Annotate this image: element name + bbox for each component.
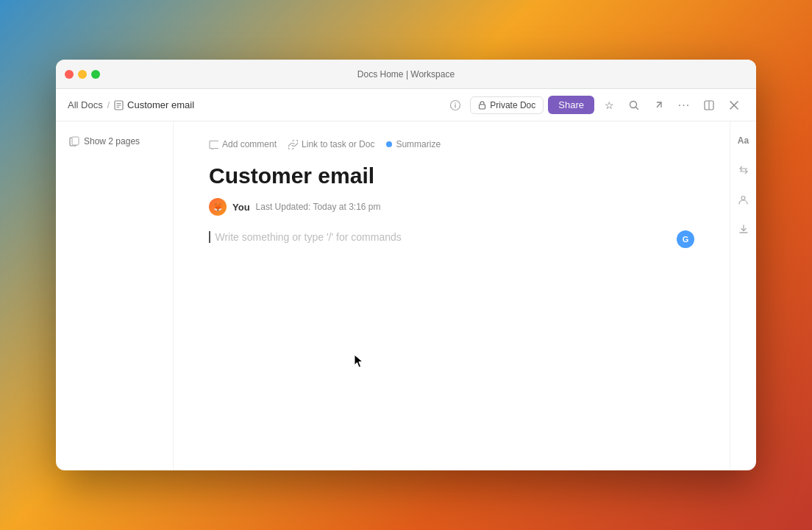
breadcrumb-doc-name: Customer email <box>127 99 194 110</box>
private-doc-button[interactable]: Private Doc <box>470 96 544 114</box>
comment-icon <box>209 140 218 149</box>
editor-content[interactable]: Write something or type '/' for commands… <box>209 230 694 378</box>
info-icon <box>449 99 461 111</box>
svg-rect-16 <box>72 137 79 145</box>
people-button[interactable] <box>733 189 754 210</box>
breadcrumb-all-docs[interactable]: All Docs <box>68 99 103 110</box>
more-button[interactable]: ··· <box>674 95 694 116</box>
close-traffic-light[interactable] <box>65 70 74 79</box>
download-button[interactable] <box>733 219 754 239</box>
people-icon <box>738 194 749 205</box>
summarize-action[interactable]: Summarize <box>386 139 441 149</box>
add-comment-action[interactable]: Add comment <box>209 139 277 149</box>
star-button[interactable]: ☆ <box>599 95 619 116</box>
breadcrumb: All Docs / Customer email <box>68 99 439 110</box>
summarize-label: Summarize <box>396 139 441 149</box>
resize-icon <box>738 165 749 175</box>
split-button[interactable] <box>699 95 719 116</box>
svg-line-10 <box>657 102 661 107</box>
main-content: Show 2 pages Add comment Link t <box>56 121 756 470</box>
search-icon <box>629 100 639 110</box>
search-button[interactable] <box>624 95 644 116</box>
editor-cursor <box>209 231 210 243</box>
close-button[interactable] <box>724 95 744 116</box>
meta-author: You <box>232 202 250 213</box>
title-bar: Docs Home | Workspace <box>56 60 756 89</box>
info-button[interactable] <box>445 95 466 116</box>
show-pages-label: Show 2 pages <box>84 136 140 146</box>
maximize-traffic-light[interactable] <box>91 70 100 79</box>
editor-area[interactable]: Add comment Link to task or Doc Summariz… <box>174 121 730 470</box>
svg-line-9 <box>636 107 638 109</box>
svg-point-6 <box>455 102 456 104</box>
document-title: Customer email <box>209 163 694 189</box>
app-window: Docs Home | Workspace All Docs / Custome… <box>56 60 756 470</box>
editor-toolbar: Add comment Link to task or Doc Summariz… <box>209 139 694 149</box>
close-icon <box>730 101 738 110</box>
breadcrumb-separator: / <box>107 100 110 110</box>
ai-label: G <box>683 235 689 244</box>
svg-rect-7 <box>480 105 485 109</box>
export-icon <box>654 100 664 110</box>
link-icon <box>288 140 298 149</box>
star-icon: ☆ <box>605 99 614 111</box>
link-task-action[interactable]: Link to task or Doc <box>288 139 374 149</box>
download-icon <box>738 224 749 234</box>
text-format-button[interactable]: Aa <box>733 130 754 151</box>
split-icon <box>704 100 714 110</box>
left-sidebar: Show 2 pages <box>56 121 174 470</box>
link-task-label: Link to task or Doc <box>302 139 374 149</box>
window-title: Docs Home | Workspace <box>357 69 455 80</box>
avatar: 🦊 <box>209 198 227 216</box>
resize-button[interactable] <box>733 160 754 180</box>
meta-last-updated: Last Updated: Today at 3:16 pm <box>256 202 381 212</box>
toolbar-actions: Private Doc Share ☆ ··· <box>445 95 744 116</box>
private-doc-label: Private Doc <box>490 100 535 110</box>
add-comment-label: Add comment <box>222 139 277 149</box>
traffic-lights <box>65 70 100 79</box>
lock-icon <box>478 101 486 110</box>
export-button[interactable] <box>649 95 669 116</box>
text-format-icon: Aa <box>738 135 749 146</box>
avatar-emoji: 🦊 <box>213 203 222 211</box>
editor-placeholder: Write something or type '/' for commands <box>215 231 401 243</box>
minimize-traffic-light[interactable] <box>78 70 87 79</box>
toolbar: All Docs / Customer email <box>56 89 756 121</box>
svg-point-19 <box>741 196 745 199</box>
ai-bubble[interactable]: G <box>677 230 694 248</box>
breadcrumb-current: Customer email <box>114 99 194 110</box>
doc-icon <box>114 100 124 110</box>
share-button[interactable]: Share <box>548 96 594 114</box>
pages-icon <box>69 136 79 146</box>
document-meta: 🦊 You Last Updated: Today at 3:16 pm <box>209 198 694 216</box>
more-icon: ··· <box>678 99 690 112</box>
summarize-dot <box>386 141 392 147</box>
show-pages-button[interactable]: Show 2 pages <box>65 133 164 149</box>
right-sidebar: Aa <box>730 121 756 470</box>
